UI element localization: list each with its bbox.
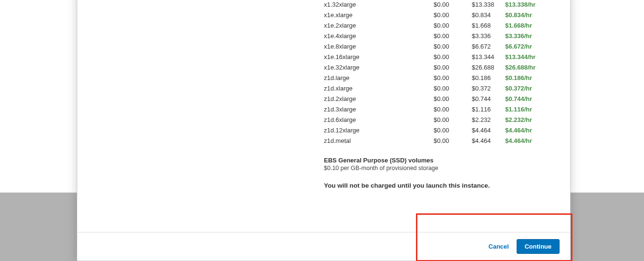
price-col-2: $26.688	[472, 62, 505, 73]
price-total: $0.834/hr	[505, 10, 556, 20]
price-col-1: $0.00	[434, 20, 472, 31]
pricing-row: x1e.8xlarge$0.00$6.672$6.672/hr	[324, 41, 556, 52]
pricing-row: x1e.2xlarge$0.00$1.668$1.668/hr	[324, 20, 556, 31]
price-col-1: $0.00	[434, 125, 472, 136]
ebs-subtext: $0.10 per GB-month of provisioned storag…	[324, 165, 556, 171]
price-col-1: $0.00	[434, 62, 472, 73]
price-total: $1.116/hr	[505, 104, 556, 115]
instance-type: z1d.metal	[324, 136, 434, 146]
pricing-row: x1e.16xlarge$0.00$13.344$13.344/hr	[324, 52, 556, 62]
pricing-row: x1e.32xlarge$0.00$26.688$26.688/hr	[324, 62, 556, 73]
pricing-row: x1e.xlarge$0.00$0.834$0.834/hr	[324, 10, 556, 20]
price-col-1: $0.00	[434, 0, 472, 10]
price-col-2: $0.372	[472, 83, 505, 94]
price-col-2: $1.668	[472, 20, 505, 31]
price-col-1: $0.00	[434, 136, 472, 146]
modal-footer: Cancel Continue	[77, 232, 570, 261]
pricing-content: x1.16xlarge$0.00$6.669$6.669/hrx1.32xlar…	[324, 0, 556, 218]
price-col-2: $0.744	[472, 94, 505, 104]
pricing-row: z1d.6xlarge$0.00$2.232$2.232/hr	[324, 115, 556, 125]
price-total: $0.744/hr	[505, 94, 556, 104]
pricing-row: z1d.3xlarge$0.00$1.116$1.116/hr	[324, 104, 556, 115]
instance-type: z1d.2xlarge	[324, 94, 434, 104]
price-col-1: $0.00	[434, 94, 472, 104]
price-col-2: $13.338	[472, 0, 505, 10]
price-col-1: $0.00	[434, 83, 472, 94]
instance-type: x1e.16xlarge	[324, 52, 434, 62]
price-col-1: $0.00	[434, 10, 472, 20]
price-col-2: $0.834	[472, 10, 505, 20]
price-col-1: $0.00	[434, 41, 472, 52]
content-spacer	[324, 189, 556, 218]
instance-type: x1e.4xlarge	[324, 31, 434, 41]
price-col-2: $2.232	[472, 115, 505, 125]
price-total: $3.336/hr	[505, 31, 556, 41]
price-col-2: $4.464	[472, 136, 505, 146]
price-col-2: $6.672	[472, 41, 505, 52]
price-col-2: $0.186	[472, 73, 505, 83]
instance-type: z1d.6xlarge	[324, 115, 434, 125]
pricing-modal: x1.16xlarge$0.00$6.669$6.669/hrx1.32xlar…	[77, 0, 571, 261]
instance-type: x1.32xlarge	[324, 0, 434, 10]
price-col-2: $13.344	[472, 52, 505, 62]
price-col-1: $0.00	[434, 31, 472, 41]
price-total: $13.338/hr	[505, 0, 556, 10]
pricing-row: z1d.xlarge$0.00$0.372$0.372/hr	[324, 83, 556, 94]
price-total: $0.372/hr	[505, 83, 556, 94]
price-col-2: $3.336	[472, 31, 505, 41]
pricing-row: z1d.2xlarge$0.00$0.744$0.744/hr	[324, 94, 556, 104]
instance-type: x1e.xlarge	[324, 10, 434, 20]
pricing-row: z1d.12xlarge$0.00$4.464$4.464/hr	[324, 125, 556, 136]
pricing-row: x1.32xlarge$0.00$13.338$13.338/hr	[324, 0, 556, 10]
instance-type: x1e.2xlarge	[324, 20, 434, 31]
pricing-row: x1e.4xlarge$0.00$3.336$3.336/hr	[324, 31, 556, 41]
pricing-table: x1.16xlarge$0.00$6.669$6.669/hrx1.32xlar…	[324, 0, 556, 146]
price-col-1: $0.00	[434, 104, 472, 115]
pricing-row: z1d.metal$0.00$4.464$4.464/hr	[324, 136, 556, 146]
instance-type: z1d.12xlarge	[324, 125, 434, 136]
price-total: $1.668/hr	[505, 20, 556, 31]
cancel-button[interactable]: Cancel	[488, 243, 509, 250]
instance-type: z1d.large	[324, 73, 434, 83]
price-total: $26.688/hr	[505, 62, 556, 73]
pricing-row: z1d.large$0.00$0.186$0.186/hr	[324, 73, 556, 83]
price-total: $2.232/hr	[505, 115, 556, 125]
price-total: $13.344/hr	[505, 52, 556, 62]
price-total: $6.672/hr	[505, 41, 556, 52]
price-col-2: $4.464	[472, 125, 505, 136]
price-col-1: $0.00	[434, 115, 472, 125]
ebs-heading: EBS General Purpose (SSD) volumes	[324, 157, 556, 164]
modal-body: x1.16xlarge$0.00$6.669$6.669/hrx1.32xlar…	[77, 0, 570, 232]
price-total: $4.464/hr	[505, 125, 556, 136]
price-col-1: $0.00	[434, 52, 472, 62]
price-col-2: $1.116	[472, 104, 505, 115]
modal-scroll-area[interactable]: x1.16xlarge$0.00$6.669$6.669/hrx1.32xlar…	[77, 0, 570, 232]
instance-type: z1d.3xlarge	[324, 104, 434, 115]
price-total: $0.186/hr	[505, 73, 556, 83]
price-col-1: $0.00	[434, 73, 472, 83]
launch-notice: You will not be charged until you launch…	[324, 182, 556, 189]
continue-button[interactable]: Continue	[517, 239, 560, 254]
instance-type: z1d.xlarge	[324, 83, 434, 94]
instance-type: x1e.8xlarge	[324, 41, 434, 52]
price-total: $4.464/hr	[505, 136, 556, 146]
instance-type: x1e.32xlarge	[324, 62, 434, 73]
